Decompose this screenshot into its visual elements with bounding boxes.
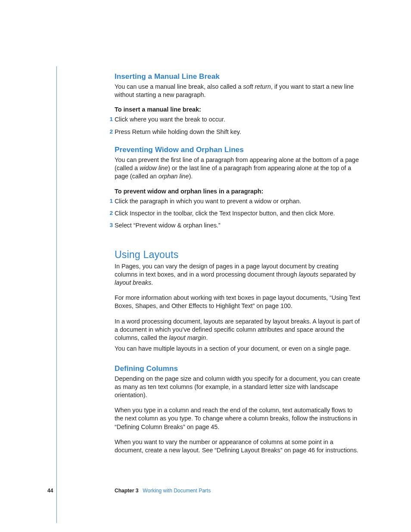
steps-list: 1Click where you want the break to occur… <box>115 115 363 136</box>
page: Inserting a Manual Line Break You can us… <box>0 0 411 532</box>
step-number: 1 <box>108 197 113 205</box>
page-footer: 44 Chapter 3Working with Document Parts <box>0 488 411 518</box>
term-orphan-line: orphan line <box>159 173 189 180</box>
paragraph: Depending on the page size and column wi… <box>115 375 363 400</box>
text: In a word processing document, layouts a… <box>115 318 360 341</box>
main-content: Inserting a Manual Line Break You can us… <box>115 72 363 461</box>
heading-preventing-widow-orphan: Preventing Widow and Orphan Lines <box>115 146 363 154</box>
term-soft-return: soft return <box>243 83 271 90</box>
text: You can use a manual line break, also ca… <box>115 83 243 90</box>
paragraph: When you want to vary the number or appe… <box>115 438 363 454</box>
step-text: Click where you want the break to occur. <box>115 116 225 123</box>
chapter-title: Working with Document Parts <box>143 488 211 494</box>
heading-defining-columns: Defining Columns <box>115 364 363 373</box>
paragraph: For more information about working with … <box>115 294 363 310</box>
step: 2Click Inspector in the toolbar, click t… <box>115 209 363 218</box>
text: . <box>151 279 153 286</box>
step-text: Click the paragraph in which you want to… <box>115 198 301 205</box>
step-number: 3 <box>108 221 113 229</box>
chapter-label: Chapter 3Working with Document Parts <box>115 488 211 494</box>
text: ). <box>189 173 193 180</box>
step: 3Select “Prevent widow & orphan lines.” <box>115 221 363 230</box>
step-text: Click Inspector in the toolbar, click th… <box>115 210 335 217</box>
step-text: Press Return while holding down the Shif… <box>115 128 241 135</box>
procedure-lead: To prevent widow and orphan lines in a p… <box>115 188 363 195</box>
term-widow-line: widow line <box>140 165 168 171</box>
term-layouts: layouts <box>299 271 318 278</box>
paragraph: You can have multiple layouts in a secti… <box>115 345 363 353</box>
text: . <box>206 334 208 341</box>
step: 1Click where you want the break to occur… <box>115 115 363 124</box>
paragraph: In Pages, you can vary the design of pag… <box>115 262 363 287</box>
vertical-rule <box>56 66 57 523</box>
paragraph: You can use a manual line break, also ca… <box>115 83 363 99</box>
term-layout-breaks: layout breaks <box>115 279 151 286</box>
steps-list: 1Click the paragraph in which you want t… <box>115 197 363 230</box>
step: 1Click the paragraph in which you want t… <box>115 197 363 205</box>
step-number: 2 <box>108 209 113 217</box>
text: separated by <box>318 271 356 278</box>
heading-using-layouts: Using Layouts <box>115 249 363 261</box>
step-number: 1 <box>108 115 113 123</box>
heading-inserting-manual-line-break: Inserting a Manual Line Break <box>115 72 363 81</box>
step-number: 2 <box>108 128 113 136</box>
paragraph: When you type in a column and reach the … <box>115 406 363 431</box>
procedure-lead: To insert a manual line break: <box>115 106 363 113</box>
term-layout-margin: layout margin <box>169 334 206 341</box>
chapter-number: Chapter 3 <box>115 488 138 494</box>
paragraph: In a word processing document, layouts a… <box>115 317 363 342</box>
step: 2Press Return while holding down the Shi… <box>115 128 363 136</box>
page-number: 44 <box>47 488 53 494</box>
paragraph: You can prevent the first line of a para… <box>115 156 363 181</box>
step-text: Select “Prevent widow & orphan lines.” <box>115 222 221 229</box>
